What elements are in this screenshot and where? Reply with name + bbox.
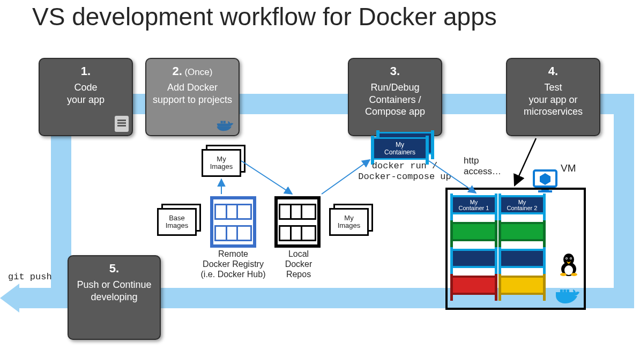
svg-rect-3	[221, 121, 223, 123]
vm-container-1-label: MyContainer 1	[453, 197, 495, 211]
local-repos-icon	[274, 196, 321, 248]
vm-box: MyContainer 1 MyContainer 2	[445, 188, 586, 310]
step-1-body: Codeyour app	[45, 81, 126, 106]
svg-rect-22	[563, 289, 566, 292]
git-push-label: git push	[8, 272, 52, 282]
docker-icon	[216, 119, 234, 132]
local-repos-caption: LocalDockerRepos	[274, 249, 323, 280]
docker-icon-vm	[555, 287, 581, 306]
diagram-title: VS development workflow for Docker apps	[32, 2, 497, 31]
step-1-number: 1.	[45, 64, 126, 78]
git-push-arrow-tail	[19, 288, 71, 308]
svg-point-13	[566, 258, 567, 259]
svg-point-16	[571, 273, 577, 276]
flow-band-right	[614, 94, 634, 308]
my-images-label-2: MyImages	[329, 208, 369, 236]
http-access-label: httpaccess…	[464, 155, 501, 176]
vm-slot-yellow	[501, 276, 543, 295]
vm-slot-green-2	[501, 222, 543, 241]
base-images-label: BaseImages	[157, 208, 197, 236]
remote-registry-caption: RemoteDocker Registry(i.e. Docker Hub)	[193, 249, 273, 280]
step-4-number: 4.	[512, 64, 594, 78]
svg-point-14	[570, 258, 571, 259]
step-2-card: 2. (Once) Add Docker support to projects	[145, 58, 240, 136]
svg-line-25	[241, 161, 292, 194]
step-2-once: (Once)	[184, 67, 212, 77]
document-icon	[115, 116, 129, 132]
docker-run-label: docker run /Docker-compose up	[354, 161, 456, 183]
vm-slot-green-1	[453, 222, 495, 241]
vm-label: VM	[561, 162, 576, 174]
svg-rect-23	[567, 289, 569, 292]
step-3-card: 3. Run/Debug Containers / Compose app	[348, 58, 442, 136]
vm-slot-blue-4	[501, 249, 543, 268]
step-5-card: 5. Push or Continue developing	[68, 255, 161, 340]
my-images-label-1: MyImages	[202, 149, 241, 177]
step-2-body: Add Docker support to projects	[152, 81, 233, 106]
vm-slot-blue-3	[453, 249, 495, 268]
step-2-number: 2.	[173, 64, 182, 78]
remote-registry-icon	[210, 196, 256, 248]
svg-rect-21	[560, 289, 563, 292]
step-4-card: 4. Testyour app or microservices	[506, 58, 600, 136]
step-3-body: Run/Debug Containers / Compose app	[354, 81, 436, 118]
vm-container-2-label: MyContainer 2	[501, 197, 543, 211]
step-3-number: 3.	[354, 64, 436, 78]
svg-rect-4	[224, 121, 226, 123]
linux-icon	[558, 252, 579, 277]
git-push-arrow-head	[0, 284, 19, 313]
vm-slot-red	[453, 276, 495, 295]
step-5-number: 5.	[74, 262, 154, 276]
step-4-body: Testyour app or microservices	[512, 81, 594, 118]
step-5-body: Push or Continue developing	[74, 279, 154, 303]
my-containers-label: MyContainers	[374, 137, 426, 160]
step-1-card: 1. Codeyour app	[39, 58, 133, 136]
svg-point-15	[560, 273, 567, 276]
